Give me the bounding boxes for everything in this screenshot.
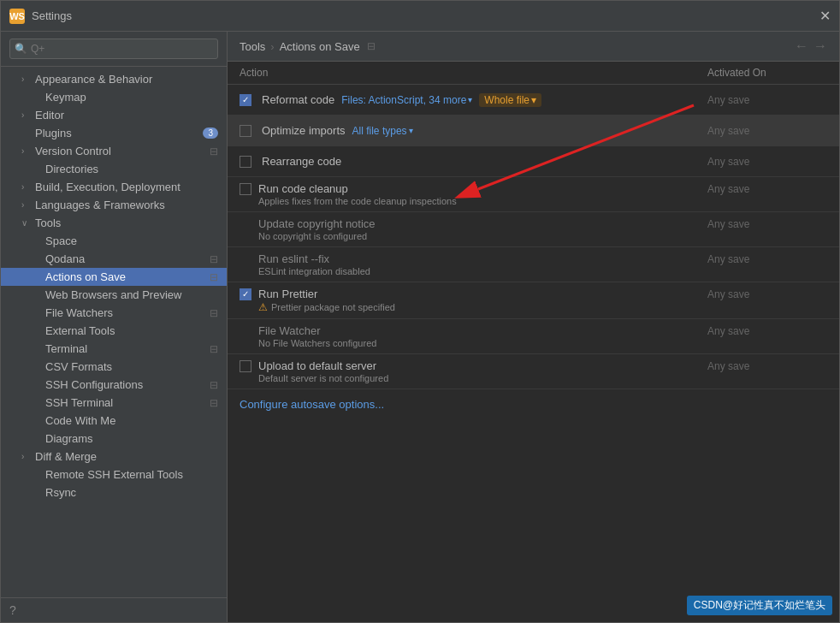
action-name: Reformat code	[262, 93, 334, 106]
sidebar-item-label: Diff & Merge	[35, 450, 218, 463]
file-scope-dropdown[interactable]: Files: ActionScript, 34 more ▾	[338, 94, 476, 106]
sidebar: 🔍 › Appearance & Behavior Keymap › Edito…	[1, 32, 228, 622]
activated-on-value: Any save	[707, 156, 827, 168]
sidebar-item-label: Version Control	[35, 145, 206, 157]
row-top: Run Prettier Any save	[240, 288, 827, 300]
nav-forward-button[interactable]: →	[813, 39, 827, 54]
whole-file-dropdown[interactable]: Whole file ▾	[479, 93, 541, 107]
configure-autosave-link[interactable]: Configure autosave options...	[228, 389, 839, 419]
breadcrumb-separator: ›	[270, 40, 274, 53]
sidebar-item-label: Appearance & Behavior	[35, 73, 218, 86]
sidebar-item-terminal[interactable]: Terminal ⊟	[1, 340, 227, 358]
row-top: Run eslint --fix Any save	[240, 252, 827, 265]
sync-icon: ⊟	[210, 271, 218, 283]
sync-icon: ⊟	[210, 397, 218, 409]
row-top: File Watcher Any save	[240, 324, 827, 337]
sidebar-item-editor[interactable]: › Editor	[1, 106, 227, 124]
sidebar-item-web-browsers[interactable]: Web Browsers and Preview	[1, 286, 227, 304]
sync-icon: ⊟	[210, 145, 218, 157]
nav-back-button[interactable]: ←	[795, 39, 808, 54]
table-row: Run eslint --fix Any save ESLint integra…	[228, 247, 839, 282]
table-row: Rearrange code Any save	[228, 146, 839, 177]
sidebar-item-label: Web Browsers and Preview	[45, 288, 218, 301]
action-name: Update copyright notice	[258, 217, 376, 230]
sidebar-item-label: Plugins	[35, 127, 199, 139]
sidebar-item-languages[interactable]: › Languages & Frameworks	[1, 196, 227, 214]
sidebar-item-file-watchers[interactable]: File Watchers ⊟	[1, 304, 227, 322]
sidebar-item-label: Diagrams	[45, 432, 218, 445]
table-row: Run Prettier Any save ⚠Prettier package …	[228, 282, 839, 319]
sidebar-item-version-control[interactable]: › Version Control ⊟	[1, 142, 227, 160]
sidebar-item-build[interactable]: › Build, Execution, Deployment	[1, 178, 227, 196]
sidebar-item-ssh-terminal[interactable]: SSH Terminal ⊟	[1, 394, 227, 412]
sidebar-item-label: SSH Configurations	[45, 378, 206, 391]
watermark: CSDN@好记性真不如烂笔头	[687, 596, 832, 615]
activated-on-value: Any save	[707, 183, 827, 195]
arrow-icon: ›	[21, 182, 32, 192]
breadcrumb-parent: Tools	[240, 40, 265, 53]
arrow-icon: ›	[21, 452, 32, 461]
sidebar-item-space[interactable]: Space	[1, 232, 227, 250]
arrow-icon: ∨	[21, 218, 32, 228]
sidebar-item-csv-formats[interactable]: CSV Formats	[1, 358, 227, 376]
sync-icon: ⊟	[210, 343, 218, 355]
row-top: Update copyright notice Any save	[240, 217, 827, 230]
sidebar-item-external-tools[interactable]: External Tools	[1, 322, 227, 340]
sidebar-item-label: External Tools	[45, 324, 218, 337]
settings-window: WS Settings ✕ 🔍 › Appearance & Behavior	[0, 0, 840, 623]
action-subtitle: Default server is not configured	[240, 373, 827, 383]
activated-on-value: Any save	[707, 94, 827, 106]
sidebar-item-keymap[interactable]: Keymap	[1, 88, 227, 106]
app-icon: WS	[9, 9, 25, 24]
action-subtitle: No File Watchers configured	[240, 338, 827, 348]
action-subtitle: ESLint integration disabled	[240, 266, 827, 276]
run-code-cleanup-checkbox[interactable]	[240, 183, 251, 195]
sidebar-item-label: Remote SSH External Tools	[45, 468, 218, 481]
panel-header: Tools › Actions on Save ⊟ ← →	[228, 32, 839, 62]
sidebar-item-rsync[interactable]: Rsync	[1, 484, 227, 501]
sidebar-item-diagrams[interactable]: Diagrams	[1, 430, 227, 448]
action-name: Run eslint --fix	[258, 252, 329, 265]
sidebar-item-label: Actions on Save	[45, 270, 206, 283]
optimize-imports-checkbox[interactable]	[240, 125, 251, 137]
sidebar-item-label: Tools	[35, 217, 218, 229]
sidebar-item-diff-merge[interactable]: › Diff & Merge	[1, 448, 227, 466]
dropdown-arrow-icon: ▾	[409, 126, 413, 135]
search-input[interactable]	[9, 39, 218, 59]
table-row: Optimize imports All file types ▾ Any sa…	[228, 116, 839, 146]
actions-table: Action Activated On Reformat code Files:…	[228, 62, 839, 389]
reformat-code-checkbox[interactable]	[240, 94, 251, 106]
table-row: Update copyright notice Any save No copy…	[228, 212, 839, 247]
activated-on-value: Any save	[707, 325, 827, 337]
sidebar-item-label: Space	[45, 234, 218, 247]
action-subtitle: No copyright is configured	[240, 231, 827, 241]
sidebar-item-ssh-configurations[interactable]: SSH Configurations ⊟	[1, 376, 227, 394]
sidebar-item-directories[interactable]: Directories	[1, 160, 227, 178]
file-scope-dropdown[interactable]: All file types ▾	[349, 125, 417, 137]
arrow-icon: ›	[21, 146, 32, 156]
sidebar-item-label: Qodana	[45, 252, 206, 265]
sidebar-item-label: Languages & Frameworks	[35, 199, 218, 211]
sidebar-item-appearance[interactable]: › Appearance & Behavior	[1, 70, 227, 88]
action-name: Run Prettier	[258, 288, 317, 300]
panel-content: Tools › Actions on Save ⊟ ← → Actio	[228, 32, 839, 622]
sidebar-item-qodana[interactable]: Qodana ⊟	[1, 250, 227, 268]
sidebar-item-tools[interactable]: ∨ Tools	[1, 214, 227, 232]
help-icon[interactable]: ?	[9, 603, 16, 617]
sidebar-item-actions-on-save[interactable]: Actions on Save ⊟	[1, 268, 227, 286]
rearrange-code-checkbox[interactable]	[240, 156, 251, 168]
window-title: Settings	[32, 9, 72, 22]
sidebar-item-plugins[interactable]: Plugins 3	[1, 124, 227, 142]
close-button[interactable]: ✕	[819, 8, 831, 24]
run-prettier-checkbox[interactable]	[240, 288, 251, 300]
table-row: Upload to default server Any save Defaul…	[228, 354, 839, 389]
activated-on-value: Any save	[707, 360, 827, 372]
row-left: Optimize imports All file types ▾	[240, 124, 707, 137]
sidebar-item-label: Code With Me	[45, 414, 218, 427]
sidebar-item-code-with-me[interactable]: Code With Me	[1, 412, 227, 430]
action-name: Optimize imports	[262, 124, 346, 137]
sidebar-item-remote-ssh[interactable]: Remote SSH External Tools	[1, 466, 227, 484]
table-header: Action Activated On	[228, 62, 839, 85]
table-row: Run code cleanup Any save Applies fixes …	[228, 177, 839, 212]
upload-to-server-checkbox[interactable]	[240, 360, 251, 372]
